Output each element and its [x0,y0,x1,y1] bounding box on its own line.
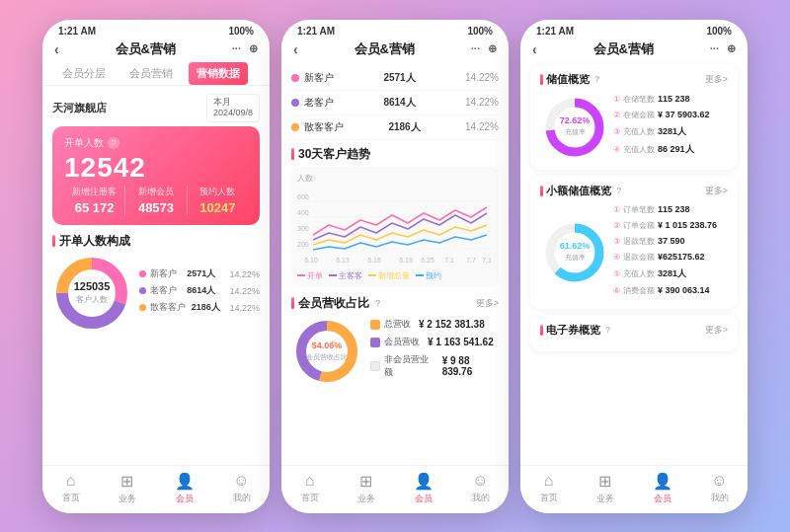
storage-stats: ① 在储笔数 115 238 ② 在储金额 ¥ 37 5903.62 ③ 充值人… [613,94,728,161]
phone-2: 1:21 AM 100% ‹ 会员&营销 ··· ⊕ 新客户 2571人 14.… [281,20,509,513]
nav-actions-1: ··· ⊕ [232,42,258,55]
composition-title: 开单人数构成 [52,233,260,250]
coupon-more[interactable]: 更多> [705,324,728,337]
sub-appointment: 预约人数 10247 [188,186,248,215]
svg-text:6.19: 6.19 [399,257,413,264]
stat-active-amount: ② 在储金额 ¥ 37 5903.62 [613,110,728,120]
svg-text:400: 400 [297,209,309,216]
revenue-info-list: 总营收 ¥ 2 152 381.38 会员营收 ¥ 1 163 541.62 非… [370,318,499,384]
sub-member: 新增会员 48573 [125,186,187,215]
small-info-icon: ? [616,186,622,195]
small-storage-stats: ① 订单笔数 115 238 ② 订单金额 ¥ 1 015 238.76 ③ 退… [613,204,728,301]
svg-text:6.10: 6.10 [304,257,318,264]
bottom-nav-1: ⌂首页 ⊞业务 👤会员 ☺我的 [42,465,270,513]
page-title-3: 会员&营销 [593,40,654,58]
back-icon-1[interactable]: ‹ [54,41,59,57]
settings-icon-3[interactable]: ⊕ [727,42,736,55]
small-stat-spend: ⑥ 消费金额 ¥ 390 063.14 [613,285,728,296]
revenue-member: 会员营收 ¥ 1 163 541.62 [370,336,499,348]
donut-row-1: 125035 客户人数 新客户 2571人14.22% 老客户 8614人14.… [52,254,260,333]
more-icon-1[interactable]: ··· [232,42,241,55]
legend-item-new: 新客户 2571人14.22% [139,267,260,280]
stat-recharge-people2: ④ 充值人数 86 291人 [613,143,728,156]
svg-text:7.10: 7.10 [482,257,491,264]
store-name[interactable]: 天河旗舰店 [52,101,107,115]
nav-mine-3[interactable]: ☺我的 [711,472,729,504]
status-battery-3: 100% [706,26,732,37]
settings-icon-1[interactable]: ⊕ [249,42,258,55]
small-stat-refund-count: ③ 退款笔数 37 590 [613,236,728,247]
scroll-content-1: 天河旗舰店 本月2024/09/8 开单人数 ? 12542 新增注册客 65 … [42,90,270,465]
chart-legend: 开单 主客客 新增总量 预约 [297,270,493,281]
svg-text:54.06%: 54.06% [312,341,343,350]
small-stat-order-amount: ② 订单金额 ¥ 1 015 238.76 [613,220,728,231]
nav-home-3[interactable]: ⌂首页 [540,472,558,504]
settings-icon-2[interactable]: ⊕ [488,42,497,55]
nav-mine-1[interactable]: ☺我的 [233,472,251,504]
open-info-icon: ? [108,137,119,149]
trend-chart: 人数 600 400 300 200 [291,167,499,287]
tab-member-tier[interactable]: 会员分层 [54,62,114,85]
nav-business-3[interactable]: ⊞业务 [596,472,614,505]
storage-overview-card: 储值概览 ? 更多> 72.62% 充值率 ① 在储笔数 115 238 [530,64,738,170]
nav-member-2[interactable]: 👤会员 [414,472,434,505]
stat-recharge-people: ③ 充值人数 3281人 [613,125,728,138]
svg-text:6.25: 6.25 [421,257,434,264]
svg-text:客户人数: 客户人数 [76,295,108,304]
open-card: 开单人数 ? 12542 新增注册客 65 172 新增会员 48573 预约人… [52,126,260,225]
trend-svg: 600 400 300 200 6.10 6.13 6.16 6.19 6.25… [297,186,491,265]
nav-member-3[interactable]: 👤会员 [653,472,672,505]
svg-text:6.16: 6.16 [367,257,381,264]
nav-business-2[interactable]: ⊞业务 [357,472,375,505]
more-icon-2[interactable]: ··· [471,42,480,55]
svg-text:600: 600 [297,193,309,200]
nav-business-1[interactable]: ⊞业务 [118,472,136,505]
legend-item-old: 老客户 8614人14.22% [139,284,260,297]
date-btn[interactable]: 本月2024/09/8 [206,94,260,122]
trend-title: 30天客户趋势 [291,146,370,163]
revenue-donut: 54.06% 会员营收占比 [291,316,362,387]
legend-item-casual: 散客客户 2186人14.22% [139,301,260,314]
revenue-pie: 54.06% 会员营收占比 总营收 ¥ 2 152 381.38 会员营收 ¥ … [291,316,499,387]
status-time-3: 1:21 AM [536,26,574,37]
revenue-title: 会员营收占比 ? [291,295,381,312]
storage-title: 储值概览 ? [540,72,600,87]
sub-registered: 新增注册客 65 172 [64,186,125,215]
nav-member-1[interactable]: 👤会员 [175,472,195,505]
more-icon-3[interactable]: ··· [710,42,719,55]
svg-text:会员营收占比: 会员营收占比 [306,353,348,360]
status-bar-2: 1:21 AM 100% [281,20,509,38]
revenue-info-icon: ? [375,298,381,308]
revenue-more[interactable]: 更多> [476,297,499,310]
page-title-2: 会员&营销 [355,40,415,58]
status-battery-1: 100% [228,26,254,37]
nav-bar-3: ‹ 会员&营销 ··· ⊕ [520,38,748,62]
small-storage-donut: 61.62% 充值率 [540,218,609,287]
open-number: 12542 [64,152,248,184]
trend-header: 30天客户趋势 [291,146,499,163]
nav-mine-2[interactable]: ☺我的 [472,472,490,504]
small-more[interactable]: 更多> [705,185,728,197]
tab-member-marketing[interactable]: 会员营销 [121,62,181,85]
scroll-content-3: 储值概览 ? 更多> 72.62% 充值率 ① 在储笔数 115 238 [520,62,748,465]
nav-bar-2: ‹ 会员&营销 ··· ⊕ [281,38,509,62]
storage-more[interactable]: 更多> [705,73,728,86]
small-storage-title: 小额储值概览 ? [540,184,622,198]
store-row: 天河旗舰店 本月2024/09/8 [52,90,260,126]
tab-row-1: 会员分层 会员营销 营销数据 [42,62,270,86]
back-icon-2[interactable]: ‹ [293,41,298,57]
storage-header: 储值概览 ? 更多> [540,72,728,87]
tab-marketing-data[interactable]: 营销数据 [189,62,248,85]
svg-text:300: 300 [297,225,309,232]
nav-home-2[interactable]: ⌂首页 [301,472,319,504]
svg-text:125035: 125035 [74,280,111,292]
open-label: 开单人数 ? [64,136,248,150]
svg-text:充值率: 充值率 [565,254,586,261]
small-storage-card: 小额储值概览 ? 更多> 61.62% 充值率 ① 订单笔数 115 238 [530,176,738,309]
chart-y-label: 人数 [297,173,493,184]
nav-actions-3: ··· ⊕ [710,42,736,55]
nav-home-1[interactable]: ⌂首页 [62,472,80,504]
status-time-1: 1:21 AM [58,26,96,37]
small-stat-refund-amount: ④ 退款金额 ¥625175.62 [613,252,728,263]
back-icon-3[interactable]: ‹ [532,41,537,57]
